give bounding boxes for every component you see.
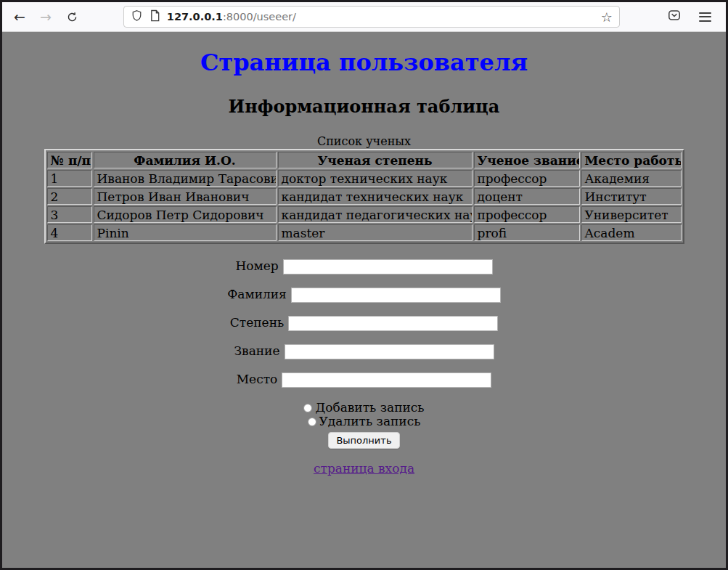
number-input[interactable]	[283, 259, 493, 274]
browser-window: { "browser": { "url": { "host": "127.0.0…	[0, 0, 728, 570]
cell-workplace: Университет	[581, 206, 682, 223]
page-subtitle: Информационная таблица	[2, 96, 726, 117]
cell-degree: кандидат технических наук	[278, 188, 473, 205]
url-text[interactable]: 127.0.0.1:8000/useeer/	[167, 11, 296, 23]
form-row-number: Номер	[2, 258, 726, 274]
cell-rank: доцент	[474, 188, 580, 205]
record-form: Номер Фамилия Степень Звание Место Добав…	[2, 258, 726, 449]
col-header-surname: Фамилия И.О.	[94, 152, 277, 168]
login-page-link[interactable]: страница входа	[314, 461, 414, 476]
form-row-degree: Степень	[2, 315, 726, 331]
bookmark-star-icon[interactable]: ☆	[601, 9, 613, 25]
footer-link-row: страница входа	[2, 461, 726, 476]
form-row-workplace: Место	[2, 372, 726, 388]
radio-delete-record[interactable]: Удалить запись	[2, 415, 726, 428]
url-path: :8000/useeer/	[223, 11, 296, 23]
radio-add-icon[interactable]	[303, 404, 312, 412]
cell-surname: Pinin	[94, 224, 277, 241]
number-label: Номер	[235, 258, 278, 273]
radio-add-record[interactable]: Добавить запись	[2, 401, 726, 415]
table-caption: Список ученых	[2, 134, 726, 148]
form-row-surname: Фамилия	[2, 287, 726, 303]
cell-number: 1	[47, 170, 92, 187]
rank-input[interactable]	[285, 344, 494, 359]
reload-icon[interactable]	[66, 11, 78, 23]
cell-number: 2	[47, 188, 92, 205]
url-host: 127.0.0.1	[167, 11, 223, 23]
table-row: 4 Pinin master profi Academ	[47, 224, 682, 241]
cell-number: 4	[47, 224, 92, 241]
surname-label: Фамилия	[227, 287, 287, 301]
cell-workplace: Институт	[581, 188, 682, 205]
cell-number: 3	[47, 206, 92, 223]
degree-input[interactable]	[288, 316, 498, 331]
execute-button[interactable]: Выполнить	[328, 432, 399, 449]
toolbar-right	[667, 8, 719, 25]
workplace-input[interactable]	[282, 372, 491, 388]
radio-add-label[interactable]: Добавить запись	[315, 400, 424, 415]
workplace-label: Место	[237, 372, 278, 386]
cell-degree: кандидат педагогических наук	[278, 206, 473, 223]
cell-workplace: Академия	[581, 170, 682, 187]
surname-input[interactable]	[291, 288, 501, 303]
page-title: Страница пользователя	[2, 49, 726, 76]
radio-delete-label[interactable]: Удалить запись	[319, 414, 421, 428]
menu-icon[interactable]	[699, 9, 711, 24]
radio-delete-icon[interactable]	[308, 418, 316, 426]
url-bar[interactable]: 127.0.0.1:8000/useeer/ ☆	[123, 6, 620, 28]
cell-workplace: Academ	[581, 224, 682, 241]
rank-label: Звание	[234, 343, 279, 358]
form-row-rank: Звание	[2, 343, 726, 359]
col-header-rank: Ученое звание	[474, 152, 580, 168]
scientists-table: № п/п Фамилия И.О. Ученая степень Ученое…	[44, 149, 684, 244]
back-icon[interactable]: ←	[14, 10, 25, 24]
pocket-icon[interactable]	[667, 8, 682, 25]
col-header-degree: Ученая степень	[278, 152, 473, 168]
degree-label: Степень	[230, 315, 284, 330]
page-body: Страница пользователя Информационная таб…	[2, 32, 726, 476]
table-row: 1 Иванов Владимир Тарасович доктор техни…	[47, 170, 682, 187]
shield-icon[interactable]	[131, 9, 143, 25]
nav-buttons: ← →	[14, 10, 78, 24]
cell-rank: профессор	[474, 170, 580, 187]
page-info-icon[interactable]	[150, 9, 160, 25]
col-header-workplace: Место работы	[581, 152, 682, 168]
table-row: 2 Петров Иван Иванович кандидат техничес…	[47, 188, 682, 205]
forward-icon: →	[40, 10, 52, 24]
cell-surname: Иванов Владимир Тарасович	[94, 170, 277, 187]
browser-toolbar: ← → 127.0.0.1:8000/useeer/ ☆	[2, 2, 726, 32]
cell-surname: Петров Иван Иванович	[94, 188, 277, 205]
cell-degree: master	[278, 224, 473, 241]
table-row: 3 Сидоров Петр Сидорович кандидат педаго…	[47, 206, 682, 223]
cell-rank: профессор	[474, 206, 580, 223]
action-radio-group: Добавить запись Удалить запись	[2, 401, 726, 428]
cell-degree: доктор технических наук	[278, 170, 473, 187]
table-header-row: № п/п Фамилия И.О. Ученая степень Ученое…	[47, 152, 682, 168]
button-row: Выполнить	[2, 432, 726, 449]
cell-rank: profi	[474, 224, 580, 241]
cell-surname: Сидоров Петр Сидорович	[94, 206, 277, 223]
col-header-number: № п/п	[47, 152, 92, 168]
